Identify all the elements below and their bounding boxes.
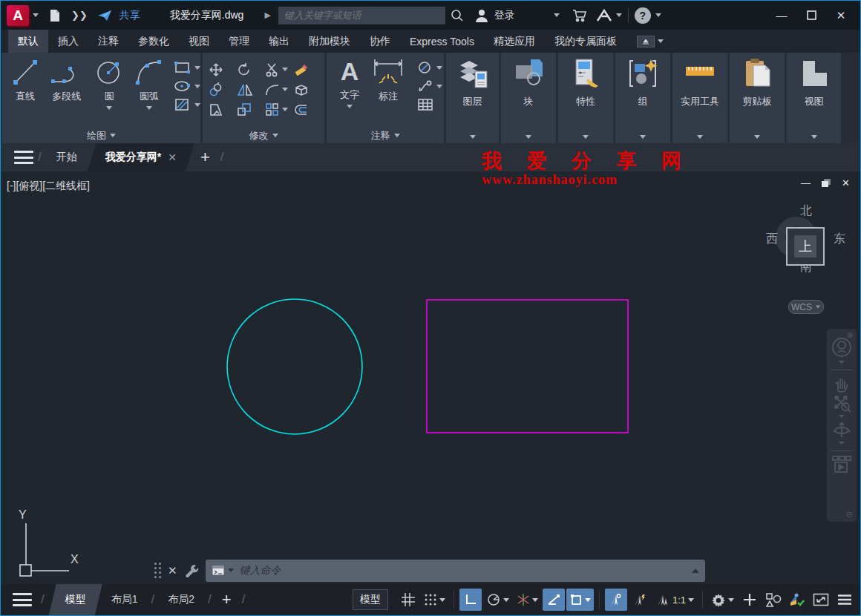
- scale-button[interactable]: [237, 102, 265, 117]
- new-layout-button[interactable]: +: [222, 590, 232, 609]
- file-tab-active[interactable]: 我爱分享网* ✕: [88, 143, 194, 171]
- mirror-button[interactable]: [237, 82, 265, 97]
- paste-button[interactable]: 剪贴板: [736, 56, 778, 108]
- properties-button[interactable]: 特性: [565, 56, 606, 108]
- circle-dropdown-icon[interactable]: [106, 106, 112, 110]
- panel-block-expand[interactable]: [501, 130, 556, 143]
- new-tab-button[interactable]: +: [200, 148, 210, 167]
- new-file-button[interactable]: [48, 8, 62, 23]
- login-button[interactable]: 登录: [494, 9, 515, 22]
- fillet-dropdown-icon[interactable]: [282, 88, 288, 91]
- command-placeholder[interactable]: 键入命令: [240, 564, 281, 577]
- insert-block-button[interactable]: 块: [508, 56, 549, 108]
- ribbon-tab-manage[interactable]: 管理: [219, 30, 259, 53]
- trim-button[interactable]: [265, 62, 293, 77]
- circle-button[interactable]: 圆: [89, 56, 129, 110]
- panel-view-expand[interactable]: [787, 130, 841, 143]
- ribbon-tab-view[interactable]: 视图: [179, 30, 219, 53]
- close-button[interactable]: ✕: [826, 4, 856, 27]
- annotation-scale-button[interactable]: 1:1: [652, 589, 697, 611]
- isodraft-toggle[interactable]: [514, 589, 541, 611]
- viewcube-west[interactable]: 西: [766, 232, 778, 247]
- viewcube-top-face[interactable]: 上: [786, 227, 825, 266]
- command-line[interactable]: ✕ 键入命令: [154, 558, 705, 583]
- panel-layers-expand[interactable]: [446, 130, 499, 143]
- hatch-dropdown-icon[interactable]: [194, 103, 200, 107]
- quick-access-expand-button[interactable]: ❯❯: [71, 10, 88, 21]
- text-button[interactable]: A 文字: [333, 56, 367, 108]
- text-dropdown-icon[interactable]: [347, 105, 353, 108]
- array-button[interactable]: [265, 102, 293, 117]
- polar-toggle[interactable]: [483, 589, 512, 611]
- viewcube-north[interactable]: 北: [800, 203, 812, 219]
- login-dropdown-icon[interactable]: [554, 13, 560, 17]
- snap-dropdown-icon[interactable]: [439, 598, 445, 602]
- command-wrench-icon[interactable]: [185, 563, 200, 578]
- panel-clipboard-expand[interactable]: [730, 130, 785, 143]
- ribbon-tab-annotate[interactable]: 注释: [88, 30, 128, 53]
- array-dropdown-icon[interactable]: [282, 108, 288, 111]
- panel-draw-title[interactable]: 绘图: [2, 128, 200, 143]
- arc-button[interactable]: 圆弧: [129, 56, 169, 110]
- hatch-button[interactable]: [174, 98, 200, 111]
- panel-properties-expand[interactable]: [558, 130, 613, 143]
- base-view-button[interactable]: 视图: [793, 56, 835, 108]
- leader-dropdown-icon[interactable]: [436, 85, 442, 88]
- arc-dropdown-icon[interactable]: [146, 106, 152, 110]
- search-input[interactable]: [278, 7, 445, 24]
- tab-close-icon[interactable]: ✕: [168, 151, 177, 163]
- panel-utilities-expand[interactable]: [672, 130, 727, 143]
- offset-button[interactable]: [293, 102, 321, 117]
- grid-toggle[interactable]: [397, 589, 419, 611]
- tab-layout1[interactable]: 布局1: [102, 584, 147, 615]
- workspace-switch-button[interactable]: [708, 589, 737, 611]
- tab-model[interactable]: 模型: [49, 584, 102, 615]
- trim-dropdown-icon[interactable]: [282, 68, 288, 71]
- navbar-customize-icon[interactable]: ⊖: [846, 510, 853, 520]
- app-menu-arrow-icon[interactable]: [33, 13, 39, 17]
- model-space[interactable]: [1, 171, 860, 584]
- stretch-button[interactable]: [209, 102, 237, 117]
- panel-modify-title[interactable]: 修改: [203, 128, 324, 143]
- erase-button[interactable]: [293, 62, 321, 77]
- command-drag-handle[interactable]: [154, 563, 162, 579]
- drawing-canvas[interactable]: [-][俯视][二维线框] — ✕ 北 西 东 南 上 WCS: [1, 171, 860, 584]
- minimize-button[interactable]: —: [767, 4, 796, 27]
- isodraft-dropdown-icon[interactable]: [532, 598, 538, 602]
- ribbon-tab-express-tools[interactable]: Express Tools: [400, 30, 484, 53]
- ribbon-display-toggle[interactable]: [637, 36, 664, 47]
- fillet-button[interactable]: [265, 83, 293, 96]
- copy-button[interactable]: [209, 82, 237, 97]
- help-button[interactable]: ?: [635, 7, 651, 24]
- autoscale-toggle[interactable]: [629, 589, 651, 611]
- move-button[interactable]: [209, 62, 237, 77]
- navbar-close-icon[interactable]: ⊗: [847, 330, 854, 340]
- command-expand-icon[interactable]: [692, 569, 699, 573]
- ribbon-tab-parametric[interactable]: 参数化: [128, 30, 179, 53]
- dimension-button[interactable]: 标注: [367, 56, 410, 103]
- orbit-dropdown-icon[interactable]: [839, 442, 845, 445]
- user-icon[interactable]: [474, 7, 490, 24]
- search-icon[interactable]: [450, 8, 465, 23]
- command-input-bar[interactable]: 键入命令: [206, 560, 705, 582]
- ribbon-tab-featured-apps[interactable]: 精选应用: [484, 30, 545, 53]
- drawn-circle[interactable]: [227, 299, 362, 434]
- osnap-toggle[interactable]: [566, 589, 594, 611]
- polyline-button[interactable]: 多段线: [44, 56, 90, 103]
- rotate-button[interactable]: [237, 62, 265, 77]
- isolate-objects-button[interactable]: [762, 589, 785, 611]
- graphics-performance-button[interactable]: [786, 589, 808, 611]
- ribbon-tab-collaborate[interactable]: 协作: [360, 30, 400, 53]
- rectangle-dropdown-icon[interactable]: [194, 66, 200, 70]
- help-dropdown-icon[interactable]: [655, 13, 661, 17]
- layer-properties-button[interactable]: 图层: [452, 56, 494, 108]
- line-button[interactable]: 直线: [7, 56, 44, 103]
- polar-dropdown-icon[interactable]: [503, 598, 509, 602]
- pan-hand-icon[interactable]: [832, 374, 851, 393]
- viewcube[interactable]: 北 西 东 南 上: [775, 205, 837, 282]
- scale-dropdown-icon[interactable]: [688, 598, 694, 602]
- ribbon-tab-custom-panel[interactable]: 我的专属面板: [545, 30, 626, 53]
- model-space-toggle[interactable]: 模型: [353, 589, 388, 610]
- wcs-dropdown[interactable]: WCS: [788, 300, 824, 314]
- ribbon-tab-addins[interactable]: 附加模块: [299, 30, 360, 53]
